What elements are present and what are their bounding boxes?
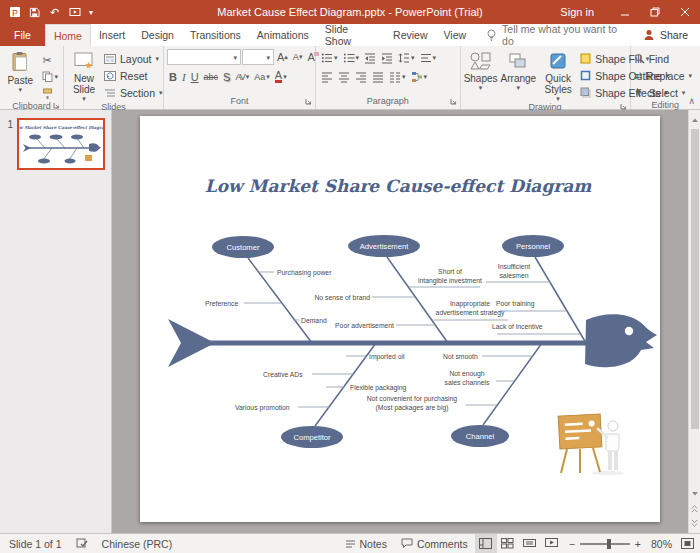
start-slideshow-button[interactable] [65,2,84,22]
cause-demand[interactable]: Demand [301,317,327,324]
fish-body[interactable] [168,314,657,367]
spellcheck-button[interactable] [69,534,95,553]
cause-inappropriate-advertisement-strategy[interactable]: Inappropriateadvertisement strategy [436,300,505,317]
cause-creative-ads[interactable]: Creative ADs [263,371,303,378]
notes-button[interactable]: Notes [338,534,394,553]
cause-short-of-intangible-investment[interactable]: Short ofintangible investment [418,268,482,285]
fish-head[interactable] [585,314,657,367]
restore-button[interactable] [640,0,670,24]
previous-slide-button[interactable] [689,501,700,516]
cause-no-sense-of-brand[interactable]: No sense of brand [314,294,370,301]
cause-flexible-packaging[interactable]: Flexible packaging [350,384,407,392]
scrollbar-thumb[interactable] [691,129,699,429]
grow-font-button[interactable]: A▴ [275,50,290,65]
shrink-font-button[interactable]: A▾ [291,50,305,65]
cause-preference[interactable]: Preference [205,300,238,307]
convert-to-smartart-button[interactable]: ▾ [409,69,430,84]
columns-button[interactable]: ▾ [387,69,408,84]
cause-purchasing-power[interactable]: Purchasing power [277,269,332,277]
cause-not-enough-sales-channels[interactable]: Not enoughsales channels [445,370,491,386]
line-spacing-button[interactable]: ▾ [396,50,417,65]
zoom-slider-thumb[interactable] [607,539,611,549]
presenter-clipart[interactable] [558,414,624,475]
bone-channel[interactable] [483,343,542,425]
category-competitor[interactable]: Competitor [281,426,343,448]
numbering-button[interactable]: ▾ [341,50,362,65]
tab-home[interactable]: Home [45,24,91,46]
customize-qat-button[interactable]: ▾ [85,2,97,22]
layout-button[interactable]: Layout ▾ [104,51,163,66]
text-direction-button[interactable]: ▾ [418,50,439,65]
tab-file[interactable]: File [0,24,45,46]
category-customer[interactable]: Customer [212,236,274,258]
category-personnel[interactable]: Personnel [502,235,564,257]
shapes-button[interactable]: Shapes ▾ [464,49,498,91]
replace-button[interactable]: ⇄ Replace ▾ [634,68,692,83]
scroll-down-button[interactable] [689,486,700,501]
minimize-button[interactable] [610,0,640,24]
align-center-button[interactable] [336,69,352,84]
category-advertisement[interactable]: Advertisement [348,235,420,257]
slide-indicator[interactable]: Slide 1 of 1 [2,534,69,553]
tab-slide-show[interactable]: Slide Show [317,24,385,46]
tab-transitions[interactable]: Transitions [182,24,249,46]
tab-animations[interactable]: Animations [249,24,317,46]
slide-show-view-button[interactable] [541,534,563,553]
collapse-ribbon-button[interactable]: ∧ [688,96,695,106]
editing-canvas[interactable]: Low Market Share Cause-effect Diagram [112,110,700,533]
tab-design[interactable]: Design [133,24,182,46]
cause-various-promotion[interactable]: Various promotion [235,404,290,412]
cause-lack-of-incentive[interactable]: Lack of incentive [492,323,543,330]
close-button[interactable] [670,0,700,24]
font-size-combo[interactable]: ▾ [242,49,274,65]
tab-view[interactable]: View [436,24,475,46]
tab-review[interactable]: Review [385,24,435,46]
bullets-button[interactable]: ▾ [319,50,340,65]
quick-styles-button[interactable]: Quick Styles ▾ [539,49,577,102]
bone-personnel[interactable] [535,257,586,343]
language-button[interactable]: Chinese (PRC) [95,534,180,553]
slide[interactable]: Low Market Share Cause-effect Diagram [140,116,660,522]
tell-me-box[interactable]: Tell me what you want to do [474,24,631,46]
vertical-scrollbar[interactable] [688,110,700,533]
undo-button[interactable]: ↶ [45,2,64,22]
next-slide-button[interactable] [689,516,700,531]
strikethrough-button[interactable]: abc [202,69,221,84]
cause-poor-training[interactable]: Poor training [496,300,535,308]
paragraph-dialog-launcher[interactable] [450,97,457,107]
save-button[interactable] [25,2,44,22]
sign-in-button[interactable]: Sign in [544,0,610,24]
section-button[interactable]: Section ▾ [104,85,163,100]
bold-button[interactable]: B [167,69,179,84]
underline-button[interactable]: U [189,69,201,84]
copy-button[interactable]: ▾ [40,69,60,84]
zoom-out-button[interactable]: − [569,538,575,550]
category-channel[interactable]: Channel [451,425,509,447]
text-shadow-button[interactable]: S [221,69,232,84]
font-dialog-launcher[interactable] [305,97,312,107]
cause-insufficient-salesmen[interactable]: Insufficientsalesmen [498,263,530,279]
share-button[interactable]: Share [631,24,700,46]
zoom-slider[interactable] [580,543,630,545]
arrange-button[interactable]: Arrange ▾ [501,49,537,91]
increase-indent-button[interactable] [379,50,395,65]
zoom-level[interactable]: 80% [647,534,676,553]
cause-not-smooth[interactable]: Not smooth [443,353,478,360]
italic-button[interactable]: I [180,69,188,84]
justify-button[interactable] [370,69,386,84]
cause-not-convenient-for-purchasing[interactable]: Not convenient for purchasing(Most packa… [367,395,458,412]
decrease-indent-button[interactable] [362,50,378,65]
change-case-button[interactable]: Aa▾ [252,69,272,84]
cause-poor-advertisement[interactable]: Poor advertisement [335,322,394,329]
fishbone-diagram[interactable]: Low Market Share Cause-effect Diagram [140,116,660,522]
align-left-button[interactable] [319,69,335,84]
character-spacing-button[interactable]: AV▾ [233,69,251,84]
comments-button[interactable]: Comments [394,534,475,553]
reading-view-button[interactable] [519,534,541,553]
tab-insert[interactable]: Insert [91,24,133,46]
normal-view-button[interactable] [475,534,497,553]
slide-sorter-view-button[interactable] [497,534,519,553]
font-color-button[interactable]: A▾ [273,69,289,84]
find-button[interactable]: Find [634,51,669,66]
scroll-up-button[interactable] [689,112,700,127]
